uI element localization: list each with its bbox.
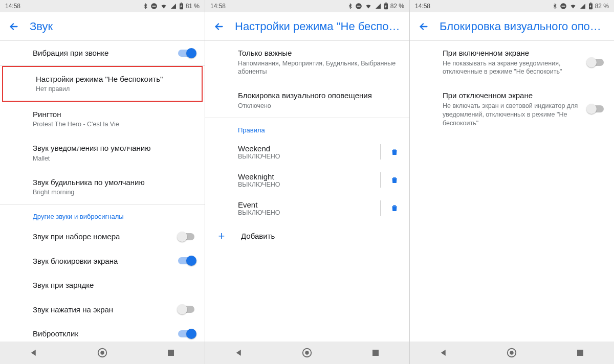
nav-recents-icon[interactable] xyxy=(166,348,176,357)
status-icons: 81 % xyxy=(143,3,200,10)
row-sublabel: Напоминания, Мероприятия, Будильник, Выб… xyxy=(238,59,399,77)
status-bar: 14:58 81 % xyxy=(0,0,205,12)
row-visual-block[interactable]: Блокировка визуального оповещения Отключ… xyxy=(205,83,409,117)
row-screen-off[interactable]: При отключенном экране Не включать экран… xyxy=(410,83,614,134)
app-bar: Настройки режима "Не беспок… xyxy=(205,12,409,41)
nav-recents-icon[interactable] xyxy=(576,348,585,357)
row-lock-sound[interactable]: Звук блокировки экрана xyxy=(0,249,205,274)
signal-icon xyxy=(170,3,177,9)
row-label: Звук будильника по умолчанию xyxy=(33,177,194,188)
section-rules: Правила xyxy=(205,118,409,138)
row-sublabel: Bright morning xyxy=(33,188,194,197)
app-bar: Звук xyxy=(0,12,205,41)
switch-haptic[interactable] xyxy=(178,329,195,339)
nav-bar xyxy=(410,342,614,364)
rule-weeknight[interactable]: Weeknight ВЫКЛЮЧЕНО xyxy=(205,166,409,194)
svg-rect-20 xyxy=(577,350,583,356)
row-label: Звук при зарядке xyxy=(33,280,194,290)
back-button[interactable] xyxy=(8,21,19,32)
clock: 14:58 xyxy=(5,3,20,10)
row-priority-only[interactable]: Только важные Напоминания, Мероприятия, … xyxy=(205,41,409,83)
svg-point-12 xyxy=(305,351,309,354)
status-bar: 14:58 82 % xyxy=(410,0,614,12)
svg-rect-17 xyxy=(590,3,591,3)
row-haptic[interactable]: Виброотклик xyxy=(0,322,205,342)
row-label: Настройки режима "Не беспокоить" xyxy=(36,74,191,84)
page-title: Звук xyxy=(30,20,196,33)
svg-rect-1 xyxy=(152,6,156,7)
separator xyxy=(380,144,381,160)
row-vibration[interactable]: Вибрация при звонке xyxy=(0,41,205,65)
bluetooth-icon xyxy=(347,3,353,10)
svg-point-5 xyxy=(100,351,104,354)
add-rule[interactable]: + Добавить xyxy=(205,222,409,250)
rule-label: Weekend xyxy=(238,144,371,153)
row-screen-on[interactable]: При включенном экране Не показывать на э… xyxy=(410,41,614,83)
row-label: Звук при наборе номера xyxy=(33,232,194,242)
page-title: Настройки режима "Не беспок… xyxy=(235,20,401,33)
svg-rect-15 xyxy=(561,6,565,7)
rule-label: Weeknight xyxy=(238,172,371,181)
row-label: Звук нажатия на экран xyxy=(33,305,194,315)
nav-bar xyxy=(205,342,409,364)
separator xyxy=(380,200,381,216)
phone-sound: 14:58 81 % Звук Вибрация при звонке Наст… xyxy=(0,0,205,364)
row-charging-sound[interactable]: Звук при зарядке xyxy=(0,273,205,298)
switch-screen-off[interactable] xyxy=(587,104,605,114)
nav-back-icon[interactable] xyxy=(234,348,244,357)
back-button[interactable] xyxy=(418,21,429,32)
nav-home-icon[interactable] xyxy=(97,347,108,358)
switch-screen-on[interactable] xyxy=(587,57,605,67)
status-icons: 82 % xyxy=(552,3,609,10)
nav-back-icon[interactable] xyxy=(439,348,448,357)
switch-dialpad[interactable] xyxy=(178,232,195,242)
svg-point-19 xyxy=(510,351,514,354)
section-other-sounds: Другие звуки и вибросигналы xyxy=(0,204,205,224)
nav-back-icon[interactable] xyxy=(29,348,38,357)
battery-icon xyxy=(179,3,184,10)
content: Вибрация при звонке Настройки режима "Не… xyxy=(0,41,205,342)
plus-icon: + xyxy=(215,230,228,243)
highlighted-dnd-row: Настройки режима "Не беспокоить" Нет пра… xyxy=(2,66,203,102)
svg-rect-13 xyxy=(372,350,379,356)
row-label: Звук блокировки экрана xyxy=(33,256,194,266)
row-sublabel: Нет правил xyxy=(36,85,191,94)
nav-home-icon[interactable] xyxy=(301,347,313,358)
rule-weekend[interactable]: Weekend ВЫКЛЮЧЕНО xyxy=(205,138,409,166)
phone-dnd: 14:58 82 % Настройки режима "Не беспок… … xyxy=(205,0,409,364)
switch-touch[interactable] xyxy=(178,304,195,314)
switch-lock[interactable] xyxy=(178,256,195,266)
battery-icon xyxy=(384,3,388,10)
back-button[interactable] xyxy=(213,21,225,32)
rule-state: ВЫКЛЮЧЕНО xyxy=(238,181,371,188)
row-alarm-sound[interactable]: Звук будильника по умолчанию Bright morn… xyxy=(0,170,205,204)
nav-home-icon[interactable] xyxy=(506,347,517,358)
switch-vibration[interactable] xyxy=(178,48,195,58)
nav-recents-icon[interactable] xyxy=(371,348,380,357)
row-sublabel: Не показывать на экране уведомления, отк… xyxy=(443,59,583,77)
battery-percent: 82 % xyxy=(390,3,404,10)
battery-icon xyxy=(588,3,593,10)
trash-icon[interactable] xyxy=(390,147,399,156)
trash-icon[interactable] xyxy=(390,203,399,213)
battery-percent: 81 % xyxy=(186,3,200,10)
rule-state: ВЫКЛЮЧЕНО xyxy=(238,153,371,160)
trash-icon[interactable] xyxy=(390,175,399,185)
row-label: При включенном экране xyxy=(443,48,583,58)
dnd-icon xyxy=(560,3,567,10)
row-label: Рингтон xyxy=(33,109,194,120)
nav-bar xyxy=(0,342,205,364)
svg-rect-3 xyxy=(181,3,182,3)
row-dnd-settings[interactable]: Настройки режима "Не беспокоить" Нет пра… xyxy=(3,67,202,101)
row-notification-sound[interactable]: Звук уведомления по умолчанию Mallet xyxy=(0,136,205,170)
row-touch-sound[interactable]: Звук нажатия на экран xyxy=(0,298,205,322)
separator xyxy=(380,172,381,188)
rule-event[interactable]: Event ВЫКЛЮЧЕНО xyxy=(205,194,409,222)
clock: 14:58 xyxy=(415,3,430,10)
app-bar: Блокировка визуального опов… xyxy=(410,12,614,41)
row-dialpad-sound[interactable]: Звук при наборе номера xyxy=(0,224,205,249)
bluetooth-icon xyxy=(143,3,148,10)
svg-rect-8 xyxy=(357,6,360,7)
row-ringtone[interactable]: Рингтон Protest The Hero - C'est la Vie xyxy=(0,102,205,136)
row-label: При отключенном экране xyxy=(443,90,583,101)
